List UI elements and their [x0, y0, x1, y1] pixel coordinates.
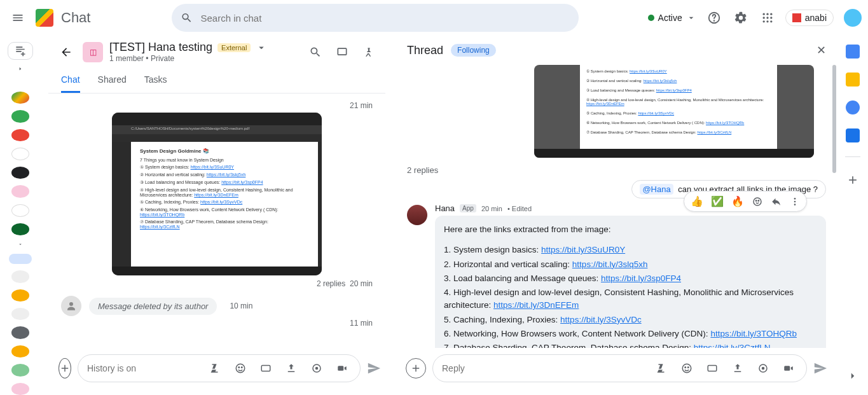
add-reaction-button[interactable] [752, 196, 763, 207]
svg-point-5 [762, 17, 764, 18]
space-item[interactable] [11, 270, 29, 282]
thread-panel: Thread Following ✕ ① System design basic… [396, 36, 837, 395]
svg-point-9 [766, 20, 768, 22]
brand-name: Chat [61, 10, 90, 26]
tab-chat[interactable]: Chat [61, 68, 80, 93]
account-avatar[interactable] [843, 8, 863, 28]
add-attachment-button[interactable] [59, 358, 71, 378]
reply-in-thread-button[interactable] [771, 196, 782, 207]
reaction-thumbsup[interactable]: 👍 [691, 195, 703, 207]
main-menu-button[interactable] [5, 5, 31, 31]
dm-item[interactable] [11, 92, 29, 104]
dm-item[interactable] [11, 223, 29, 235]
image-attachment[interactable]: C:/Users/SANTHOSH/Documents/system%20des… [112, 113, 322, 275]
contacts-addon[interactable] [846, 128, 860, 142]
extracted-link[interactable]: https://bit.ly/3TOHQRb [710, 329, 797, 338]
bot-timestamp: 20 min [481, 205, 502, 212]
thread-image-preview[interactable]: ① System design basics: https://bit.ly/3… [534, 65, 814, 158]
chevron-down-icon [686, 13, 696, 23]
add-attachment-button[interactable] [406, 358, 426, 378]
search-box[interactable] [172, 4, 579, 32]
doc-line: ⑦ Database Sharding, CAP Theorem, Databa… [586, 130, 771, 134]
upload-button[interactable] [729, 359, 747, 377]
dm-item[interactable] [11, 129, 29, 141]
reaction-fire[interactable]: 🔥 [731, 195, 744, 207]
settings-button[interactable] [732, 9, 750, 27]
meet-button[interactable] [308, 359, 326, 377]
extracted-link[interactable]: https://bit.ly/3slq5xh [572, 260, 648, 269]
keep-addon[interactable] [846, 73, 860, 87]
following-chip[interactable]: Following [451, 44, 496, 57]
chevron-down-icon[interactable] [17, 242, 24, 247]
pin-button[interactable] [360, 43, 378, 61]
more-button[interactable] [790, 197, 800, 207]
dm-item[interactable] [11, 185, 29, 197]
gif-button[interactable] [257, 359, 275, 377]
space-item[interactable] [11, 326, 29, 338]
svg-point-26 [682, 364, 691, 373]
thread-compose-box[interactable] [432, 354, 807, 382]
bot-list-item: 7. Database Sharding, CAP Theorem, Datab… [444, 342, 817, 348]
meet-button[interactable] [754, 359, 772, 377]
extracted-link[interactable]: https://bit.ly/3sp0FP4 [601, 274, 681, 283]
svg-point-15 [242, 367, 243, 368]
send-button[interactable] [813, 361, 827, 375]
org-logo-pill[interactable]: anabi [785, 10, 834, 26]
present-button[interactable] [333, 43, 351, 61]
search-in-space-button[interactable] [307, 43, 324, 61]
extracted-link[interactable]: https://bit.ly/3CztfLN [694, 343, 771, 348]
svg-point-20 [754, 198, 761, 205]
video-button[interactable] [780, 359, 797, 377]
svg-rect-19 [338, 366, 343, 371]
tab-shared[interactable]: Shared [98, 68, 127, 93]
bot-name: Hana [435, 204, 455, 213]
space-item[interactable] [11, 308, 29, 320]
close-thread-button[interactable]: ✕ [816, 43, 826, 57]
emoji-button[interactable] [231, 359, 249, 377]
extracted-link[interactable]: https://bit.ly/3SuUR0Y [541, 245, 625, 254]
space-item[interactable] [11, 345, 29, 357]
expand-icon[interactable] [17, 66, 24, 71]
dm-item[interactable] [11, 110, 29, 122]
collapse-panel-button[interactable] [844, 367, 862, 385]
reaction-check[interactable]: ✅ [711, 195, 724, 207]
help-button[interactable] [705, 9, 723, 27]
compose-box[interactable] [78, 354, 361, 382]
tab-tasks[interactable]: Tasks [144, 68, 167, 93]
scrollbar[interactable] [832, 65, 836, 173]
format-button[interactable] [652, 359, 670, 377]
upload-button[interactable] [282, 359, 300, 377]
video-button[interactable] [333, 359, 351, 377]
dm-item[interactable] [11, 204, 29, 217]
send-button[interactable] [367, 361, 381, 375]
thread-header: Thread Following ✕ [396, 36, 837, 65]
svg-point-18 [315, 367, 319, 370]
new-chat-button[interactable] [8, 42, 33, 60]
extracted-link[interactable]: https://bit.ly/3DnEFEm [493, 300, 579, 310]
extracted-link[interactable]: https://bit.ly/3SyvVDc [560, 315, 642, 324]
search-input[interactable] [200, 13, 570, 24]
thread-reply-count[interactable]: 2 replies [317, 279, 345, 288]
emoji-button[interactable] [678, 359, 696, 377]
svg-point-4 [770, 13, 772, 15]
apps-button[interactable] [759, 9, 776, 27]
dm-item[interactable] [11, 167, 29, 179]
bot-list-item: 6. Networking, How Browsers work, Conten… [444, 328, 817, 340]
svg-rect-11 [338, 48, 346, 55]
status-chip[interactable]: Active [648, 13, 696, 23]
space-item[interactable] [11, 289, 29, 301]
dm-item[interactable] [11, 148, 29, 160]
back-button[interactable] [56, 42, 76, 62]
tasks-addon[interactable] [846, 100, 860, 114]
compose-input[interactable] [87, 363, 198, 373]
replies-count: 2 replies [407, 165, 826, 175]
calendar-addon[interactable] [846, 45, 860, 59]
format-button[interactable] [206, 359, 224, 377]
space-item[interactable] [11, 383, 29, 395]
thread-compose-input[interactable] [442, 363, 645, 373]
chevron-down-icon[interactable] [256, 42, 267, 53]
gif-button[interactable] [703, 359, 721, 377]
add-addon-button[interactable] [844, 171, 862, 189]
space-item-active[interactable] [9, 254, 32, 265]
space-item[interactable] [11, 364, 29, 376]
